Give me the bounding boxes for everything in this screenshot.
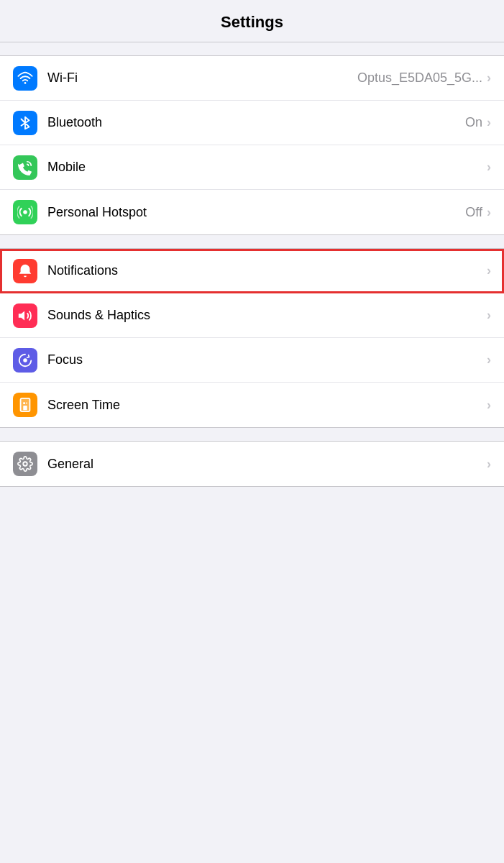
general-section: General › [0,441,504,487]
notifications-icon [13,259,37,283]
mobile-chevron: › [487,160,491,175]
svg-rect-8 [26,402,27,404]
settings-row-notifications[interactable]: Notifications › [0,249,504,293]
bluetooth-icon [13,111,37,135]
notifications-label: Notifications [47,263,487,278]
settings-row-screentime[interactable]: Screen Time › [0,383,504,427]
general-icon [13,452,37,476]
screentime-label: Screen Time [47,398,487,413]
settings-row-mobile[interactable]: Mobile › [0,145,504,190]
svg-point-9 [23,462,27,466]
screentime-icon [13,393,37,417]
settings-row-sounds[interactable]: Sounds & Haptics › [0,293,504,338]
hotspot-value: Off [465,205,482,220]
wifi-value: Optus_E5DA05_5G... [357,70,482,86]
focus-label: Focus [47,352,487,367]
hotspot-label: Personal Hotspot [47,205,465,220]
hotspot-chevron: › [487,205,491,220]
notifications-group-section: Notifications › Sounds & Haptics › Focus… [0,248,504,428]
connectivity-section: Wi-Fi Optus_E5DA05_5G... › Bluetooth On … [0,55,504,235]
svg-marker-2 [19,311,24,320]
svg-rect-6 [23,406,27,410]
bluetooth-chevron: › [487,115,491,130]
wifi-chevron: › [487,70,491,86]
bluetooth-value: On [465,115,482,130]
focus-chevron: › [487,352,491,367]
settings-row-hotspot[interactable]: Personal Hotspot Off › [0,190,504,234]
wifi-label: Wi-Fi [47,70,357,86]
svg-point-3 [23,358,27,362]
general-chevron: › [487,457,491,472]
svg-point-1 [23,210,27,214]
svg-rect-7 [23,402,25,404]
mobile-icon [13,155,37,180]
notifications-chevron: › [487,263,491,278]
page-title: Settings [0,0,504,42]
sounds-label: Sounds & Haptics [47,308,487,323]
focus-icon [13,348,37,373]
hotspot-icon [13,200,37,224]
screentime-chevron: › [487,398,491,413]
settings-row-general[interactable]: General › [0,442,504,486]
settings-row-focus[interactable]: Focus › [0,338,504,383]
svg-point-0 [24,82,27,84]
bluetooth-label: Bluetooth [47,115,465,130]
settings-row-wifi[interactable]: Wi-Fi Optus_E5DA05_5G... › [0,56,504,101]
mobile-label: Mobile [47,160,487,175]
sounds-chevron: › [487,308,491,323]
wifi-icon [13,66,37,91]
settings-row-bluetooth[interactable]: Bluetooth On › [0,101,504,145]
sounds-icon [13,303,37,328]
general-label: General [47,457,487,472]
